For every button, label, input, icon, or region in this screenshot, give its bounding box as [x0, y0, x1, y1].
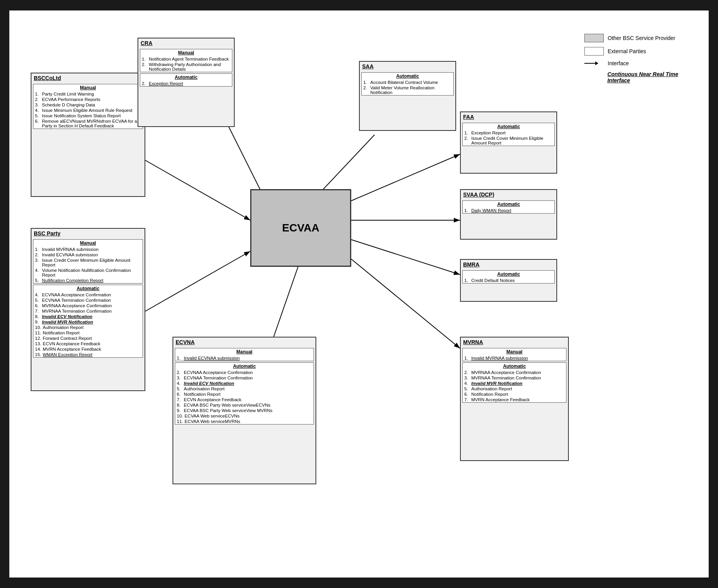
list-item: 1.Invalid ECVNAA submission	[177, 355, 312, 361]
bsccoLtd-box: BSCCoLtd Manual 1.Party Credit Limit War…	[31, 73, 145, 197]
legend-continuous-label: Continuous Near Real Time Interface	[607, 71, 685, 84]
svaa-automatic-list: 1.Daily WMAN Report	[463, 208, 554, 213]
list-item: 2.Valid Meter Volume Reallocation Notifi…	[363, 85, 452, 95]
list-item: 10.Authorisation Report	[35, 325, 141, 330]
ecvna-manual-section: Manual 1.Invalid ECVNAA submission	[175, 348, 314, 361]
list-item: 4.ECVNAA Acceptance Confirmation	[35, 292, 141, 297]
cra-manual-section: Manual 1.Notification Agent Termination …	[140, 49, 232, 72]
list-item: 4.Invalid MVR Notification	[464, 381, 565, 386]
legend-gray-box	[584, 34, 604, 42]
list-item: 14.MVRN Acceptance Feedback	[35, 346, 141, 352]
main-canvas: Other BSC Service Provider External Part…	[9, 10, 709, 578]
bmra-box: BMRA Automatic 1.Credit Default Notices	[460, 259, 557, 302]
bscparty-automatic-section: Automatic 4.ECVNAA Acceptance Confirmati…	[33, 285, 143, 358]
list-item: 3.Issue Credit Cover Minimum Eligible Am…	[35, 257, 141, 268]
svg-line-7	[141, 251, 250, 313]
list-item: 6.MVRNAA Acceptance Confirmation	[35, 303, 141, 308]
list-item: 8.ECVAA BSC Party Web serviceViewECVNs	[177, 402, 312, 408]
mvrna-automatic-list: 2.MVRNAA Acceptance Confirmation 3.MVRNA…	[463, 370, 566, 402]
mvrna-title: MVRNA	[461, 337, 568, 347]
ecvna-automatic-header: Automatic	[175, 363, 314, 370]
bmra-automatic-header: Automatic	[463, 271, 554, 278]
faa-box: FAA Automatic 1.Exception Report 2.Issue…	[460, 111, 557, 174]
list-item: 1.Invalid MVRNAA submission	[464, 355, 565, 361]
list-item: 5.Issue Notification System Status Repor…	[35, 113, 141, 118]
cra-automatic-list: 2.Exception Report	[140, 81, 232, 86]
bmra-automatic-list: 1.Credit Default Notices	[463, 278, 554, 283]
list-item: 1.Notification Agent Termination Feedbac…	[142, 56, 230, 62]
mvrna-manual-list: 1.Invalid MVRNAA submission	[463, 355, 566, 361]
saa-automatic-section: Automatic 1.Account Bilateral Contract V…	[361, 72, 454, 96]
legend-item-interface: Interface	[584, 60, 685, 66]
bsccoLtd-title: BSCCoLtd	[31, 73, 145, 83]
list-item: 5.ECVNAA Termination Confirmation	[35, 297, 141, 303]
list-item: 2.MVRNAA Acceptance Confirmation	[464, 370, 565, 375]
svg-line-8	[270, 259, 301, 348]
list-item: 1.Credit Default Notices	[464, 278, 553, 283]
ecvna-manual-header: Manual	[175, 348, 314, 355]
list-item: 5.Authorisation Report	[464, 386, 565, 391]
list-item: 4.Issue Minimum Eligible Amount Rule Req…	[35, 108, 141, 113]
list-item: 10.ECVAA Web serviceECVNs	[177, 413, 312, 419]
list-item: 1.Exception Report	[464, 130, 553, 136]
list-item: 7.MVRNAA Termination Confirmation	[35, 308, 141, 314]
legend-bsc-label: Other BSC Service Provider	[608, 35, 675, 41]
cra-box: CRA Manual 1.Notification Agent Terminat…	[138, 38, 235, 127]
bsccoLtd-manual-list: 1.Party Credit Limit Warning 2.ECVAA Per…	[33, 91, 143, 129]
list-item: 1.Party Credit Limit Warning	[35, 91, 141, 97]
list-item: 6.Notification Report	[177, 391, 312, 397]
list-item: 2.Invalid ECVNAA submission	[35, 252, 141, 257]
list-item: 5.Authorisation Report	[177, 386, 312, 391]
list-item: 11.ECVAA Web serviceMVRNs	[177, 419, 312, 424]
legend-item-external: External Parties	[584, 47, 685, 56]
faa-title: FAA	[461, 112, 556, 122]
svaa-automatic-header: Automatic	[463, 201, 554, 208]
list-item: 6.Notification Report	[464, 391, 565, 397]
list-item: 1.Daily WMAN Report	[464, 208, 553, 213]
legend-interface-label: Interface	[608, 60, 629, 66]
bscparty-automatic-header: Automatic	[33, 285, 143, 292]
saa-automatic-header: Automatic	[362, 73, 453, 80]
faa-automatic-section: Automatic 1.Exception Report 2.Issue Cre…	[462, 123, 555, 146]
saa-title: SAA	[360, 62, 455, 71]
ecvna-title: ECVNA	[173, 337, 315, 347]
list-item: 7.ECVN Acceptance Feedback	[177, 397, 312, 402]
list-item: 8.Invalid ECV Notification	[35, 314, 141, 319]
list-item: 6.Remove alECVNsand MVRNsfrom ECVAA for …	[35, 118, 141, 129]
list-item: 1.Invalid MVRNAA submission	[35, 247, 141, 252]
bscparty-automatic-list: 4.ECVNAA Acceptance Confirmation 5.ECVNA…	[33, 292, 143, 357]
cra-title: CRA	[138, 38, 234, 48]
list-item: 3.Schedule D Charging Data	[35, 102, 141, 108]
bscparty-manual-section: Manual 1.Invalid MVRNAA submission 2.Inv…	[33, 239, 143, 284]
saa-box: SAA Automatic 1.Account Bilateral Contra…	[359, 61, 456, 131]
list-item: 4.Volume Notification Nullification Conf…	[35, 268, 141, 278]
list-item: 7.MVRN Acceptance Feedback	[464, 397, 565, 402]
svaa-box: SVAA (DCP) Automatic 1.Daily WMAN Report	[460, 189, 557, 240]
faa-automatic-header: Automatic	[463, 123, 554, 130]
bmra-title: BMRA	[461, 260, 556, 269]
saa-automatic-list: 1.Account Bilateral Contract Volume 2.Va…	[362, 80, 453, 95]
svg-line-9	[351, 259, 460, 348]
legend-white-box	[584, 47, 604, 56]
svg-line-1	[141, 158, 250, 220]
list-item: 15.WMAN Exception Report	[35, 352, 141, 357]
list-item: 2.Exception Report	[142, 81, 230, 86]
list-item: 2.ECVNAA Acceptance Confirmation	[177, 370, 312, 375]
list-item: 2.ECVAA Performance Reports	[35, 97, 141, 102]
bsccoLtd-manual-header: Manual	[33, 84, 143, 91]
bscparty-manual-header: Manual	[33, 240, 143, 247]
cra-automatic-section: Automatic 2.Exception Report	[140, 73, 232, 87]
legend-external-label: External Parties	[608, 48, 646, 54]
svaa-title: SVAA (DCP)	[461, 190, 556, 199]
bsccoLtd-manual-section: Manual 1.Party Credit Limit Warning 2.EC…	[33, 84, 143, 129]
svaa-automatic-section: Automatic 1.Daily WMAN Report	[462, 200, 555, 214]
list-item: 3.MVRNAA Termination Confirmation	[464, 375, 565, 381]
bscparty-title: BSC Party	[31, 229, 145, 238]
mvrna-manual-header: Manual	[463, 348, 566, 355]
legend-arrow-line	[584, 63, 598, 64]
mvrna-automatic-section: Automatic 2.MVRNAA Acceptance Confirmati…	[462, 362, 566, 403]
mvrna-manual-section: Manual 1.Invalid MVRNAA submission	[462, 348, 566, 361]
bmra-automatic-section: Automatic 1.Credit Default Notices	[462, 270, 555, 284]
list-item: 5.Nullification Completion Report	[35, 278, 141, 283]
ecvna-manual-list: 1.Invalid ECVNAA submission	[175, 355, 314, 361]
